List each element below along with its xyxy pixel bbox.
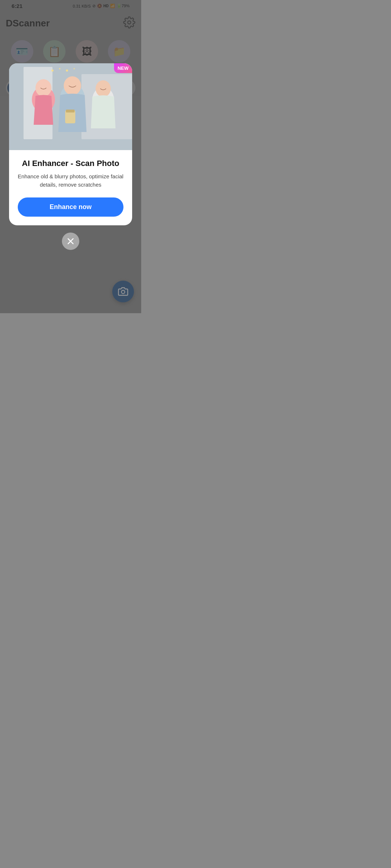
modal-title: AI Enhancer - Scan Photo [18,159,123,168]
svg-rect-15 [66,110,75,112]
new-badge: NEW [114,63,132,73]
enhance-now-button[interactable]: Enhance now [18,197,123,217]
modal-content: AI Enhancer - Scan Photo Enhance old & b… [9,150,132,225]
svg-point-11 [36,80,51,94]
svg-point-16 [51,69,54,72]
modal-overlay: NEW AI Enhancer - Scan Photo Enhance old… [0,0,141,313]
svg-point-13 [96,81,110,94]
svg-point-18 [66,69,68,72]
close-icon [67,237,75,245]
modal-description: Enhance old & blurry photos, optimize fa… [18,173,123,189]
svg-point-17 [59,68,60,69]
modal-card: NEW AI Enhancer - Scan Photo Enhance old… [9,63,132,225]
svg-point-12 [64,77,80,93]
svg-point-19 [73,68,75,69]
close-modal-button[interactable] [62,233,79,250]
modal-image: NEW [9,63,132,150]
